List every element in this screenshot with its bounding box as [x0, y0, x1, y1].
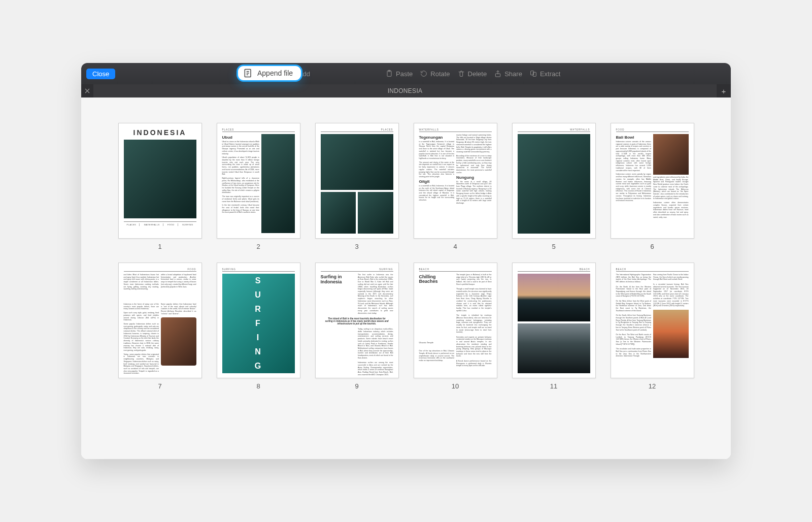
- extract-icon: [529, 70, 537, 78]
- delete-button[interactable]: Delete: [457, 70, 487, 78]
- trash-icon: [457, 70, 465, 78]
- tab-indonesia[interactable]: INDONESIA: [93, 84, 717, 97]
- cover-title: INDONESIA: [124, 128, 196, 137]
- extract-label: Extract: [540, 70, 560, 78]
- page-number: 10: [452, 382, 459, 390]
- cover-categories: PLACESWATERFALLSFOODSURFING: [124, 221, 196, 226]
- food-image: [161, 317, 196, 366]
- share-button[interactable]: Share: [494, 70, 522, 78]
- page-header: PLACES: [321, 128, 393, 132]
- page-number: 3: [355, 243, 358, 250]
- page-number: 2: [256, 243, 260, 250]
- thumb-wrap: SURFING Surfing in Indonesia The first s…: [311, 263, 402, 390]
- page-header: WATERFALLS: [419, 128, 492, 132]
- page-thumbnail-10[interactable]: BEACH ChillingBeaches Uluwatu Temple One…: [414, 263, 497, 378]
- page-header: SURFING: [222, 268, 295, 272]
- page-thumbnail-9[interactable]: SURFING Surfing in Indonesia The first s…: [315, 263, 399, 378]
- page-header: FOOD: [124, 268, 196, 272]
- thumb-wrap: WATERFALLS 5: [508, 123, 599, 250]
- page-header: SURFING: [321, 268, 393, 272]
- thumb-wrap: WATERFALLS Tegenungan is a waterfall in …: [410, 123, 501, 250]
- article-image: [261, 134, 295, 233]
- gallery-image: [321, 134, 393, 190]
- thumb-wrap: INDONESIA PLACESWATERFALLSFOODSURFING 1: [114, 123, 206, 250]
- append-file-label: Append file: [257, 69, 293, 77]
- beach-image: [518, 323, 590, 373]
- page-thumbnail-1[interactable]: INDONESIA PLACESWATERFALLSFOODSURFING: [118, 123, 202, 239]
- page-thumbnail-6[interactable]: FOOD Bali Bowl Indonesian cuisine consis…: [611, 123, 694, 239]
- thumb-wrap: BEACH 11: [508, 263, 599, 390]
- rotate-button[interactable]: Rotate: [420, 70, 450, 78]
- paste-label: Paste: [396, 70, 413, 78]
- surfing-image: SURFING: [222, 274, 295, 373]
- page-header: WATERFALLS: [518, 128, 590, 132]
- thumb-wrap: FOOD Bali Bowl Indonesian cuisine consis…: [606, 123, 698, 250]
- waterfall-image: [518, 134, 590, 234]
- thumb-wrap: FOOD and bitter. Most of Indonesians fav…: [114, 263, 206, 390]
- beach-image: [653, 310, 689, 358]
- page-number: 7: [158, 382, 161, 390]
- page-header: BEACH: [419, 268, 492, 272]
- page-header: BEACH: [518, 268, 590, 272]
- thumb-wrap: BEACH ChillingBeaches Uluwatu Temple One…: [410, 263, 501, 390]
- close-button[interactable]: Close: [86, 69, 115, 79]
- page-number: 1: [158, 243, 161, 250]
- share-icon: [494, 70, 502, 78]
- article-title: Ubud: [222, 135, 259, 140]
- page-thumbnail-3[interactable]: PLACES: [315, 123, 399, 239]
- page-number: 9: [355, 382, 358, 390]
- delete-label: Delete: [468, 70, 487, 78]
- food-image: [653, 134, 689, 175]
- clipboard-icon: [385, 70, 393, 78]
- extract-button[interactable]: Extract: [529, 70, 560, 78]
- toolbar: Close Add Paste Rotate Delete Sh: [81, 63, 731, 84]
- page-header: BEACH: [616, 268, 689, 272]
- thumb-wrap: SURFING SURFING 8: [213, 263, 304, 390]
- page-number: 12: [649, 382, 656, 390]
- page-header: FOOD: [616, 128, 689, 132]
- append-file-button[interactable]: Append file: [236, 64, 302, 82]
- app-window: Close Add Paste Rotate Delete Sh: [81, 63, 731, 459]
- close-icon: [85, 88, 90, 93]
- thumb-wrap: PLACES Ubud Ubud is a town on the Indone…: [213, 123, 304, 250]
- page-number: 6: [650, 243, 654, 250]
- new-tab-button[interactable]: +: [717, 84, 731, 97]
- page-thumbnail-12[interactable]: BEACH The International Hydrographic Org…: [611, 263, 694, 378]
- tab-bar: INDONESIA +: [81, 84, 731, 97]
- cover-image: [124, 140, 196, 218]
- append-file-icon: [243, 68, 253, 78]
- page-thumbnail-11[interactable]: BEACH: [512, 263, 596, 378]
- thumb-wrap: PLACES 3: [311, 123, 402, 250]
- page-header: PLACES: [222, 128, 295, 132]
- page-number: 11: [550, 382, 557, 390]
- thumbnail-grid-area: INDONESIA PLACESWATERFALLSFOODSURFING 1 …: [81, 97, 731, 459]
- thumb-wrap: BEACH The International Hydrographic Org…: [606, 263, 698, 390]
- paste-button[interactable]: Paste: [385, 70, 413, 78]
- surfing-letters: SURFING: [222, 274, 295, 373]
- rotate-icon: [420, 70, 428, 78]
- gallery-image: [358, 192, 393, 234]
- page-thumbnail-5[interactable]: WATERFALLS: [512, 123, 596, 239]
- page-thumbnail-8[interactable]: SURFING SURFING: [217, 263, 300, 378]
- beach-image: [518, 274, 590, 321]
- share-label: Share: [504, 70, 522, 78]
- page-thumbnail-7[interactable]: FOOD and bitter. Most of Indonesians fav…: [118, 263, 202, 378]
- tab-close-button[interactable]: [81, 84, 93, 97]
- gallery-image: [321, 192, 356, 234]
- page-number: 8: [256, 382, 260, 390]
- page-number: 4: [453, 243, 457, 250]
- rotate-label: Rotate: [430, 70, 450, 78]
- thumbnail-grid: INDONESIA PLACESWATERFALLSFOODSURFING 1 …: [91, 123, 721, 390]
- page-thumbnail-2[interactable]: PLACES Ubud Ubud is a town on the Indone…: [217, 123, 300, 239]
- page-thumbnail-4[interactable]: WATERFALLS Tegenungan is a waterfall in …: [414, 123, 497, 239]
- page-number: 5: [552, 243, 555, 250]
